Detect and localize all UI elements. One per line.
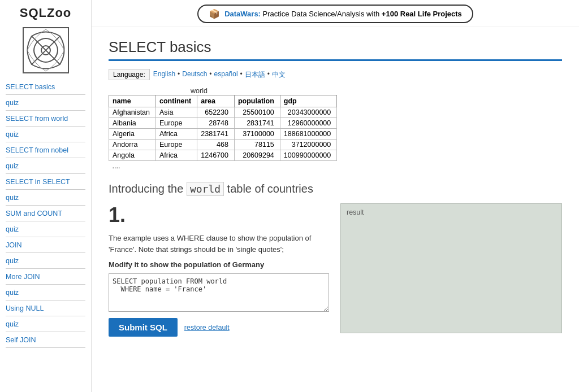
table-header-row: name continent area population gdp — [109, 95, 337, 107]
sidebar-item-quiz-5[interactable]: quiz — [6, 224, 85, 234]
world-table-body: AfghanistanAsia6522302550010020343000000… — [109, 107, 337, 161]
table-cell: Africa — [156, 129, 197, 140]
restore-default-button[interactable]: restore default — [184, 324, 230, 332]
table-row: AlgeriaAfrica238174137100000188681000000 — [109, 129, 337, 140]
result-label: result — [347, 208, 364, 216]
lang-english[interactable]: English — [153, 70, 175, 80]
table-ellipsis-row: .... — [109, 161, 337, 172]
sidebar-item-select-from-nobel[interactable]: SELECT from nobel — [6, 145, 85, 155]
table-cell: 28748 — [197, 118, 235, 129]
table-row: AndorraEurope468781153712000000 — [109, 140, 337, 150]
lang-sep-2: • — [209, 70, 211, 80]
language-links: English • Deutsch • español • 日本語 • 中文 — [153, 70, 286, 80]
datawars-brand-label: DataWars: — [224, 10, 261, 18]
page-title: SELECT basics — [109, 38, 562, 61]
sidebar-item-self-join[interactable]: Self JOIN — [6, 334, 85, 345]
col-area: area — [197, 95, 235, 107]
sidebar-item-quiz-3[interactable]: quiz — [6, 160, 85, 171]
table-cell: Angola — [109, 150, 156, 161]
table-cell: Africa — [156, 150, 197, 161]
language-bar: Language: English • Deutsch • español • … — [109, 69, 562, 80]
intro-heading-suffix: table of countries — [224, 182, 313, 195]
table-cell: Europe — [156, 118, 197, 129]
table-cell: 2381741 — [197, 129, 235, 140]
col-population: population — [234, 95, 280, 107]
table-row: AfghanistanAsia6522302550010020343000000 — [109, 107, 337, 118]
sidebar-item-quiz-8[interactable]: quiz — [6, 319, 85, 329]
col-gdp: gdp — [280, 95, 336, 107]
intro-heading-code: world — [187, 182, 224, 196]
exercise-area: 1. The example uses a WHERE clause to sh… — [109, 203, 562, 337]
exercise-description: The example uses a WHERE clause to show … — [109, 233, 329, 255]
sidebar-item-quiz-6[interactable]: quiz — [6, 255, 85, 265]
sidebar-item-join[interactable]: JOIN — [6, 239, 85, 250]
table-cell: 20609294 — [234, 150, 280, 161]
datawars-banner[interactable]: 📦 DataWars: Practice Data Science/Analys… — [197, 5, 473, 23]
world-table-caption: world — [109, 87, 290, 95]
submit-sql-button[interactable]: Submit SQL — [109, 318, 178, 337]
sql-editor[interactable] — [109, 273, 329, 312]
intro-heading-prefix: Introducing the — [109, 182, 187, 195]
sidebar: SQLZoo SELECT basics quiz SELECT from wo… — [0, 0, 92, 392]
table-cell: Albania — [109, 118, 156, 129]
col-name: name — [109, 95, 156, 107]
world-table: name continent area population gdp Afgha… — [109, 95, 337, 171]
banner-text: Practice Data Science/Analysis with — [263, 10, 382, 18]
sidebar-item-quiz-7[interactable]: quiz — [6, 287, 85, 297]
sidebar-item-select-in-select[interactable]: SELECT in SELECT — [6, 176, 85, 186]
exercise-number: 1. — [109, 203, 329, 227]
sidebar-item-using-null[interactable]: Using NULL — [6, 303, 85, 313]
result-box: result — [340, 203, 562, 333]
table-cell: 2831741 — [234, 118, 280, 129]
lang-sep-1: • — [178, 70, 180, 80]
world-table-container: world name continent area population gdp… — [109, 87, 562, 171]
sidebar-navigation: SELECT basics quiz SELECT from world qui… — [0, 81, 91, 350]
banner-bold-text: +100 Real Life Projects — [382, 10, 462, 18]
exercise-left-panel: 1. The example uses a WHERE clause to sh… — [109, 203, 329, 337]
top-banner: 📦 DataWars: Practice Data Science/Analys… — [92, 0, 579, 27]
language-label: Language: — [109, 69, 150, 80]
sidebar-item-quiz-1[interactable]: quiz — [6, 97, 85, 107]
sidebar-item-quiz-2[interactable]: quiz — [6, 129, 85, 139]
table-cell: 100990000000 — [280, 150, 336, 161]
datawars-brand: DataWars: Practice Data Science/Analysis… — [224, 10, 462, 18]
lang-deutsch[interactable]: Deutsch — [182, 70, 207, 80]
lang-sep-3: • — [240, 70, 243, 80]
table-cell: Andorra — [109, 140, 156, 150]
intro-heading: Introducing the world table of countries — [109, 182, 562, 195]
table-cell: 78115 — [234, 140, 280, 150]
exercise-right-panel: result — [340, 203, 562, 337]
table-cell: 12960000000 — [280, 118, 336, 129]
sidebar-item-more-join[interactable]: More JOIN — [6, 271, 85, 281]
col-continent: continent — [156, 95, 197, 107]
lang-espanol[interactable]: español — [214, 70, 238, 80]
app-logo: SQLZoo — [0, 0, 91, 25]
table-cell: Europe — [156, 140, 197, 150]
lang-sep-4: • — [267, 70, 270, 80]
table-row: AlbaniaEurope28748283174112960000000 — [109, 118, 337, 129]
sidebar-item-select-from-world[interactable]: SELECT from world — [6, 113, 85, 123]
table-cell: 1246700 — [197, 150, 235, 161]
sidebar-item-sum-count[interactable]: SUM and COUNT — [6, 208, 85, 218]
table-cell: 652230 — [197, 107, 235, 118]
table-cell: 468 — [197, 140, 235, 150]
page-content: SELECT basics Language: English • Deutsc… — [92, 27, 579, 392]
datawars-icon: 📦 — [209, 8, 220, 19]
table-cell: 188681000000 — [280, 129, 336, 140]
table-cell: Asia — [156, 107, 197, 118]
editor-buttons: Submit SQL restore default — [109, 318, 329, 337]
table-row: AngolaAfrica124670020609294100990000000 — [109, 150, 337, 161]
table-cell: Algeria — [109, 129, 156, 140]
ellipsis-cell: .... — [109, 161, 156, 172]
lang-japanese[interactable]: 日本語 — [245, 70, 265, 80]
table-cell: Afghanistan — [109, 107, 156, 118]
lang-chinese[interactable]: 中文 — [272, 70, 286, 80]
main-content: 📦 DataWars: Practice Data Science/Analys… — [92, 0, 579, 392]
table-cell: 25500100 — [234, 107, 280, 118]
sidebar-item-quiz-4[interactable]: quiz — [6, 192, 85, 202]
exercise-task: Modify it to show the population of Germ… — [109, 260, 329, 269]
sidebar-knot-icon — [20, 25, 71, 76]
table-cell: 37100000 — [234, 129, 280, 140]
sidebar-item-select-basics[interactable]: SELECT basics — [6, 81, 85, 92]
table-cell: 3712000000 — [280, 140, 336, 150]
